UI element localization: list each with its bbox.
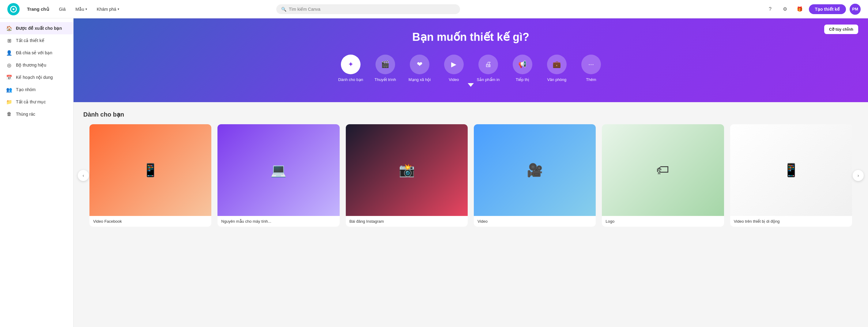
nav-explore[interactable]: Khám phá ▾ xyxy=(94,5,122,13)
sidebar-item-brand[interactable]: ◎ Bộ thương hiệu xyxy=(0,59,73,71)
section-title: Dành cho bạn xyxy=(83,111,858,118)
hero-icon-marketing[interactable]: 📢 Tiếp thị xyxy=(510,55,535,82)
card-mobile-video[interactable]: 📱 Video trên thiết bị di động xyxy=(730,124,852,227)
sidebar-label-folders: Tất cả thư mục xyxy=(16,100,45,104)
card-thumb-icon-pc-prototype: 💻 xyxy=(271,163,286,178)
nav-template[interactable]: Mẫu ▾ xyxy=(73,5,89,13)
hero-icon-circle-social: ❤ xyxy=(410,55,429,74)
canva-logo[interactable] xyxy=(7,3,20,15)
hero-icon-social[interactable]: ❤ Mạng xã hội xyxy=(407,55,432,82)
header: Trang chủ Giá Mẫu ▾ Khám phá ▾ 🔍 ? ⚙ 🎁 T… xyxy=(0,0,868,19)
sidebar-item-shared[interactable]: 👤 Đã chia sẻ với bạn xyxy=(0,47,73,59)
sidebar-icon-trash: 🗑 xyxy=(6,111,12,117)
hero-icon-symbol-for-you: ✦ xyxy=(348,60,353,69)
hero-icons: ✦ Dành cho bạn 🎬 Thuyết trình ❤ Mạng xã … xyxy=(92,55,849,82)
hero-icon-symbol-marketing: 📢 xyxy=(518,60,527,69)
search-icon: 🔍 xyxy=(281,7,286,12)
hero-icon-circle-video: ▶ xyxy=(444,55,464,74)
chevron-down-icon: ▾ xyxy=(86,7,87,11)
hero-icon-circle-marketing: 📢 xyxy=(513,55,532,74)
card-label-logo: Logo xyxy=(602,216,724,227)
card-thumb-facebook-video: 📱 xyxy=(89,124,211,216)
sidebar-label-brand: Bộ thương hiệu xyxy=(16,62,46,67)
card-row: 📱 Video Facebook 💻 Nguyên mẫu cho máy tí… xyxy=(89,124,852,227)
hero-title: Bạn muốn thiết kế gì? xyxy=(92,31,849,44)
card-facebook-video[interactable]: 📱 Video Facebook xyxy=(89,124,211,227)
hero-icon-presentation[interactable]: 🎬 Thuyết trình xyxy=(373,55,398,82)
sidebar-label-content-plan: Kế hoạch nội dung xyxy=(16,75,53,80)
card-thumb-instagram-post: 📸 xyxy=(346,124,468,216)
card-thumb-logo: 🏷 xyxy=(602,124,724,216)
sidebar-item-trash[interactable]: 🗑 Thùng rác xyxy=(0,108,73,120)
card-video[interactable]: 🎥 Video xyxy=(474,124,596,227)
card-logo[interactable]: 🏷 Logo xyxy=(602,124,724,227)
card-thumb-video: 🎥 xyxy=(474,124,596,216)
hero-icon-circle-more: ··· xyxy=(581,55,601,74)
hero-icon-symbol-presentation: 🎬 xyxy=(381,60,389,69)
nav-price[interactable]: Giá xyxy=(57,5,68,13)
sidebar-icon-recommended: 🏠 xyxy=(6,25,12,31)
sidebar-item-recommended[interactable]: 🏠 Được đề xuất cho bạn xyxy=(0,22,73,34)
hero-icon-circle-office: 💼 xyxy=(547,55,567,74)
hero-icon-symbol-print: 🖨 xyxy=(485,60,492,69)
create-design-button[interactable]: Tạo thiết kế xyxy=(809,4,846,14)
help-icon: ? xyxy=(769,6,772,12)
hero-icon-label-marketing: Tiếp thị xyxy=(516,77,529,82)
card-thumb-icon-logo: 🏷 xyxy=(656,163,669,177)
sidebar-label-team: Tạo nhóm xyxy=(16,87,35,92)
card-thumb-icon-instagram-post: 📸 xyxy=(399,163,415,178)
card-label-video: Video xyxy=(474,216,596,227)
hero-icon-label-print: Sản phẩm in xyxy=(477,77,500,82)
sidebar-label-shared: Đã chia sẻ với bạn xyxy=(16,50,52,55)
sidebar-icon-shared: 👤 xyxy=(6,50,12,56)
custom-size-button[interactable]: Cỡ tùy chỉnh xyxy=(824,25,858,34)
hero-icon-label-presentation: Thuyết trình xyxy=(375,77,396,82)
hero-icon-label-more: Thêm xyxy=(586,77,596,82)
sidebar-item-content-plan[interactable]: 📅 Kế hoạch nội dung xyxy=(0,71,73,83)
hero-icon-print[interactable]: 🖨 Sản phẩm in xyxy=(476,55,500,82)
sidebar-icon-folders: 📁 xyxy=(6,99,12,105)
hero-icon-symbol-more: ··· xyxy=(588,60,594,69)
card-instagram-post[interactable]: 📸 Bài đăng Instagram xyxy=(346,124,468,227)
hero-icon-label-video: Video xyxy=(449,77,459,82)
card-thumb-icon-mobile-video: 📱 xyxy=(783,163,799,178)
sidebar-label-all-designs: Tất cả thiết kế xyxy=(16,38,44,43)
gift-button[interactable]: 🎁 xyxy=(794,4,805,15)
chevron-down-icon: ▾ xyxy=(118,7,119,11)
hero-icon-for-you[interactable]: ✦ Dành cho bạn xyxy=(338,55,363,82)
hero-icon-video[interactable]: ▶ Video xyxy=(442,55,466,82)
card-thumb-icon-video: 🎥 xyxy=(527,163,543,178)
gift-icon: 🎁 xyxy=(797,6,803,12)
card-pc-prototype[interactable]: 💻 Nguyên mẫu cho máy tính... xyxy=(217,124,339,227)
scroll-left-button[interactable]: ‹ xyxy=(78,170,89,181)
sidebar-icon-team: 👥 xyxy=(6,86,12,93)
card-thumb-icon-facebook-video: 📱 xyxy=(143,163,158,178)
settings-icon: ⚙ xyxy=(783,6,787,12)
sidebar-item-all-designs[interactable]: ⊞ Tất cả thiết kế xyxy=(0,34,73,47)
help-button[interactable]: ? xyxy=(765,4,776,15)
sidebar-icon-all-designs: ⊞ xyxy=(6,37,12,44)
hero-icon-office[interactable]: 💼 Văn phòng xyxy=(545,55,569,82)
avatar[interactable]: PM xyxy=(849,4,861,15)
sidebar-label-trash: Thùng rác xyxy=(16,112,35,116)
card-label-mobile-video: Video trên thiết bị di động xyxy=(730,216,852,227)
header-actions: ? ⚙ 🎁 Tạo thiết kế PM xyxy=(765,4,861,15)
main-layout: 🏠 Được đề xuất cho bạn ⊞ Tất cả thiết kế… xyxy=(0,19,868,327)
hero-icon-more[interactable]: ··· Thêm xyxy=(579,55,603,82)
sidebar: 🏠 Được đề xuất cho bạn ⊞ Tất cả thiết kế… xyxy=(0,19,73,327)
card-label-facebook-video: Video Facebook xyxy=(89,216,211,227)
sidebar-icon-content-plan: 📅 xyxy=(6,74,12,80)
sidebar-item-folders[interactable]: 📁 Tất cả thư mục xyxy=(0,96,73,108)
hero-icon-label-for-you: Dành cho bạn xyxy=(338,77,363,82)
search-input[interactable] xyxy=(289,7,455,12)
sidebar-label-recommended: Được đề xuất cho bạn xyxy=(16,26,62,31)
hero-icon-symbol-video: ▶ xyxy=(451,60,456,69)
scroll-right-button[interactable]: › xyxy=(853,170,864,181)
hero-icon-symbol-office: 💼 xyxy=(553,60,561,69)
sidebar-item-team[interactable]: 👥 Tạo nhóm xyxy=(0,83,73,96)
nav-home[interactable]: Trang chủ xyxy=(25,5,52,13)
card-label-instagram-post: Bài đăng Instagram xyxy=(346,216,468,227)
settings-button[interactable]: ⚙ xyxy=(779,4,790,15)
main-content: Cỡ tùy chỉnh Bạn muốn thiết kế gì? ✦ Dàn… xyxy=(73,19,868,327)
hero-icon-circle-for-you: ✦ xyxy=(341,55,361,74)
